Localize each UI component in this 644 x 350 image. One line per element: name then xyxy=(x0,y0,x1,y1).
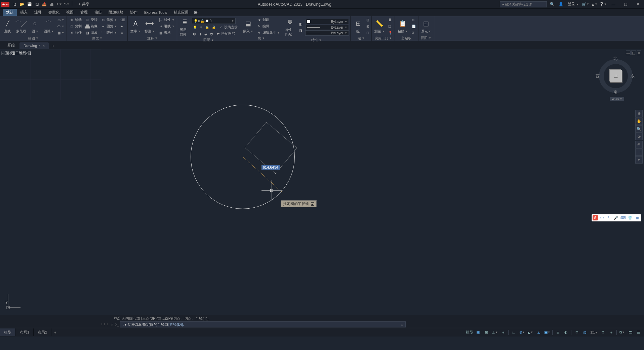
ime-lang[interactable]: 中 xyxy=(599,215,605,220)
lwt-button[interactable]: ≡ xyxy=(554,329,562,336)
monitor-button[interactable]: 🗔 xyxy=(626,329,634,336)
create-block-button[interactable]: ★创建 xyxy=(256,17,281,23)
dir-north[interactable]: 北 xyxy=(613,56,617,62)
table-button[interactable]: ▦表格 xyxy=(157,30,175,36)
util-icon[interactable]: ☐ xyxy=(387,23,393,29)
vp-min-icon[interactable]: — xyxy=(626,50,631,55)
layer-select[interactable]: 💡❄🔒▫0▼ xyxy=(192,18,236,24)
cmd-handle-icon[interactable]: ⋮⋮⋮ xyxy=(100,323,108,326)
match-props-button[interactable]: ⟱特性匹配 xyxy=(284,17,296,38)
layer-tool-icon[interactable]: 🔓 xyxy=(211,24,217,30)
wcs-label[interactable]: WCS ▼ xyxy=(610,97,624,101)
zoom-status-icon[interactable]: + xyxy=(607,329,615,336)
workspace-button[interactable]: ✿▼ xyxy=(618,329,626,336)
util-icon[interactable]: 🖩 xyxy=(387,17,393,23)
maximize-button[interactable]: ▢ xyxy=(620,0,631,9)
measure-button[interactable]: 📏测量 ▼ xyxy=(373,18,386,34)
tooltip-options-icon[interactable]: ▾ xyxy=(311,202,314,206)
hatch-icon[interactable]: ▦▼ xyxy=(56,30,65,36)
sogou-icon[interactable]: S xyxy=(593,215,598,220)
circle-button[interactable]: ○圆 ▼ xyxy=(29,18,41,34)
tab-start[interactable]: 开始 xyxy=(3,41,19,49)
linetype-select[interactable]: ByLayer▼ xyxy=(305,30,349,36)
cube-top-face[interactable]: 上 xyxy=(610,70,622,82)
tab-featured[interactable]: 精选应用 xyxy=(170,9,192,16)
tab-manage[interactable]: 管理 xyxy=(77,9,91,16)
ucs-icon[interactable]: Y xyxy=(5,291,22,312)
scale-button[interactable]: ◨缩放 xyxy=(84,30,98,36)
app-icon[interactable]: ACAD xyxy=(1,2,9,7)
layer-tool-icon[interactable]: ◑ xyxy=(198,31,203,37)
ime-mic-icon[interactable]: 🎤 xyxy=(613,215,619,220)
tab-express[interactable]: Express Tools xyxy=(141,9,170,15)
ortho-button[interactable]: ∟ xyxy=(510,329,518,336)
ime-toolbar[interactable]: S 中 °, 🎤 ⌨ 👕 ⊞ xyxy=(592,214,641,221)
gear-icon[interactable]: ⚙ xyxy=(599,329,607,336)
osnap2d-button[interactable]: ▣▼ xyxy=(543,329,551,336)
transparency-button[interactable]: ◐ xyxy=(562,329,570,336)
cmd-caret-icon[interactable]: >_ xyxy=(115,322,119,326)
search-input[interactable]: ▸ 键入关键字或短语 xyxy=(500,1,547,7)
tab-insert[interactable]: 插入 xyxy=(17,9,31,16)
grid-button[interactable]: ▦ xyxy=(474,329,482,336)
rect-icon[interactable]: ▭▼ xyxy=(56,17,65,23)
layer-tool-icon[interactable]: ◓ xyxy=(209,31,214,37)
new-layout-button[interactable]: + xyxy=(51,329,59,336)
dir-south[interactable]: 南 xyxy=(613,90,617,95)
group-button[interactable]: ⊞组 xyxy=(352,18,364,34)
layer-props-button[interactable]: ≣图层特性 xyxy=(178,17,191,38)
help-icon[interactable]: ❔▼ xyxy=(600,1,606,8)
login-button[interactable]: 登录 ▼ xyxy=(566,2,580,7)
color-control[interactable]: ◨ xyxy=(297,28,304,34)
match-layer-button[interactable]: ⇄匹配图层 xyxy=(215,31,236,37)
tab-collab[interactable]: 协作 xyxy=(127,9,141,16)
orbit-icon[interactable]: ⟳ xyxy=(635,133,643,140)
arc-button[interactable]: ⌒圆弧 ▼ xyxy=(42,18,55,34)
line-button[interactable]: ╱直线 xyxy=(1,18,13,34)
linear-button[interactable]: ├┤线性▼ xyxy=(157,17,175,23)
tab-parametric[interactable]: 参数化 xyxy=(45,9,63,16)
scale-label[interactable]: 1:1▼ xyxy=(589,330,599,334)
command-input[interactable]: ○▾ CIRCLE 指定圆的半径或 [直径(D)]: ▲ xyxy=(120,321,406,327)
tab-layout1[interactable]: 布局1 xyxy=(16,328,34,336)
drawing-canvas[interactable]: [-][俯视][二维线框] — ▢ × 614.6434 指定圆的半径或▾ Y … xyxy=(0,49,644,315)
new-icon[interactable]: 🗋 xyxy=(11,1,18,8)
tab-more-icon[interactable]: ▣▾ xyxy=(194,10,199,15)
layer-tool-icon[interactable]: ❄ xyxy=(199,24,203,30)
vp-close-icon[interactable]: × xyxy=(637,50,641,55)
erase-icon[interactable]: ⌫ xyxy=(119,17,126,23)
saveas-icon[interactable]: 🖫 xyxy=(34,1,40,8)
mirror-button[interactable]: ▟▙镜像 xyxy=(84,23,98,29)
redo-icon[interactable]: ↷▼ xyxy=(63,1,70,8)
offset-icon[interactable]: ⊂ xyxy=(119,30,126,36)
cmd-close-icon[interactable]: × xyxy=(111,322,113,326)
minimize-button[interactable]: — xyxy=(608,0,618,9)
plot-icon[interactable]: 🖶 xyxy=(48,1,55,8)
leader-button[interactable]: ↗引线▼ xyxy=(157,23,175,29)
rotate-button[interactable]: ↻旋转 xyxy=(84,17,98,23)
color-control[interactable]: ◧ xyxy=(297,21,304,27)
layer-tool-icon[interactable]: ◒ xyxy=(203,31,208,37)
copy-button[interactable]: ⿻复制 xyxy=(68,23,83,29)
group-tool-icon[interactable]: ⊠ xyxy=(365,23,370,29)
ellipse-icon[interactable]: ⬭▼ xyxy=(56,23,65,29)
anno-button[interactable]: ⚖ xyxy=(581,329,589,336)
ime-skin-icon[interactable]: 👕 xyxy=(627,215,633,220)
clip-icon[interactable]: ⎙ xyxy=(411,30,417,36)
full-nav-icon[interactable]: ⊕ xyxy=(635,110,643,117)
infer-button[interactable]: ⊥▼ xyxy=(491,329,499,336)
nav-collapse-icon[interactable]: ▾ xyxy=(635,156,643,164)
zoom-icon[interactable]: 🔍 xyxy=(635,125,643,133)
explode-icon[interactable]: ✦ xyxy=(119,23,126,29)
tab-drawing1[interactable]: Drawing1*× xyxy=(19,42,49,49)
undo-icon[interactable]: ↶▼ xyxy=(56,1,63,8)
trim-button[interactable]: ✂修剪▼ xyxy=(100,17,118,23)
close-icon[interactable]: × xyxy=(43,44,45,48)
cart-icon[interactable]: 🛒▼ xyxy=(582,1,589,8)
tab-layout2[interactable]: 布局2 xyxy=(34,328,51,336)
color-select[interactable]: ByLayer▼ xyxy=(305,19,349,24)
util-icon[interactable]: 📍 xyxy=(387,30,393,36)
tab-model[interactable]: 模型 xyxy=(0,328,16,336)
tab-addins[interactable]: 附加模块 xyxy=(105,9,127,16)
ime-punct-icon[interactable]: °, xyxy=(606,215,612,220)
